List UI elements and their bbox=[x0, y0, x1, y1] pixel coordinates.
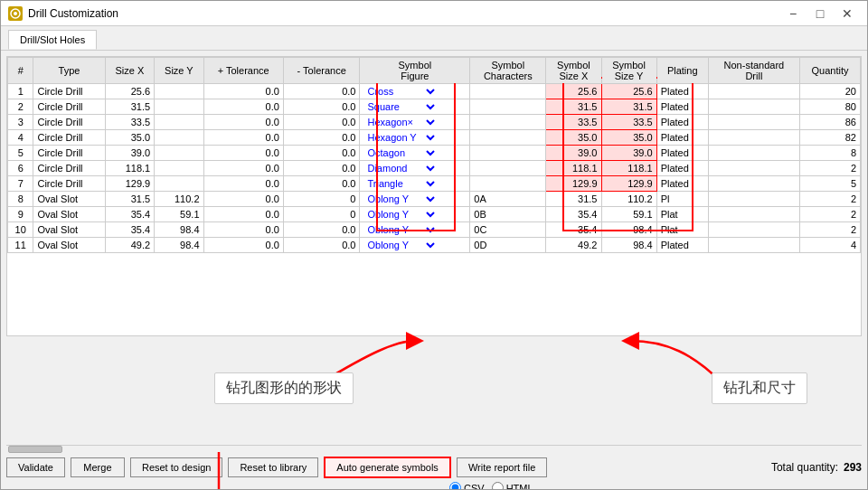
close-button[interactable]: ✕ bbox=[835, 5, 860, 23]
table-cell[interactable]: Cross bbox=[360, 84, 470, 99]
table-cell: 35.0 bbox=[105, 130, 155, 146]
table-cell: 0.0 bbox=[283, 161, 360, 176]
table-cell: 118.1 bbox=[105, 161, 155, 176]
col-header-plus-tol: + Tolerance bbox=[203, 58, 283, 84]
validate-button[interactable]: Validate bbox=[6, 457, 65, 477]
table-cell: Circle Drill bbox=[33, 130, 105, 146]
symbol-figure-select[interactable]: Diamond bbox=[363, 162, 438, 174]
table-cell: 0.0 bbox=[203, 84, 283, 99]
window-title: Drill Customization bbox=[28, 7, 118, 20]
table-cell bbox=[155, 99, 203, 115]
symbol-figure-select[interactable]: Triangle bbox=[363, 177, 438, 190]
table-cell[interactable]: Diamond bbox=[360, 161, 470, 176]
table-row: 10Oval Slot35.498.40.00.0Oblong Y0C35.49… bbox=[8, 222, 861, 238]
table-cell: 25.6 bbox=[105, 84, 155, 99]
table-cell: 0.0 bbox=[283, 84, 360, 99]
table-cell: 0.0 bbox=[203, 207, 283, 222]
total-quantity-area: Total quantity: 293 bbox=[771, 461, 862, 474]
table-cell: 1 bbox=[8, 84, 33, 99]
table-cell[interactable]: Oblong Y bbox=[360, 222, 470, 238]
table-cell: 2 bbox=[8, 99, 33, 115]
csv-radio-label[interactable]: CSV bbox=[449, 482, 485, 489]
table-cell[interactable]: Square bbox=[360, 99, 470, 115]
table-cell: 0.0 bbox=[203, 176, 283, 192]
table-cell[interactable]: Oblong Y bbox=[360, 238, 470, 253]
symbol-figure-select[interactable]: Oblong Y bbox=[363, 193, 438, 205]
table-cell[interactable]: Triangle bbox=[360, 176, 470, 192]
symbol-figure-select[interactable]: Hexagon Y bbox=[363, 131, 438, 144]
table-cell bbox=[708, 115, 799, 130]
table-cell[interactable]: Hexagon× bbox=[360, 115, 470, 130]
table-cell: 49.2 bbox=[546, 238, 601, 253]
table-cell: 0.0 bbox=[203, 130, 283, 146]
table-cell: 98.4 bbox=[155, 238, 203, 253]
csv-radio[interactable] bbox=[449, 482, 461, 489]
table-cell: Plated bbox=[656, 99, 708, 115]
table-row: 6Circle Drill118.10.00.0Diamond118.1118.… bbox=[8, 161, 861, 176]
horizontal-scrollbar[interactable] bbox=[6, 445, 862, 453]
auto-generate-button[interactable]: Auto generate symbols bbox=[324, 457, 451, 478]
table-cell: 31.5 bbox=[105, 192, 155, 207]
table-cell: 25.6 bbox=[546, 84, 601, 99]
symbol-figure-select[interactable]: Oblong Y bbox=[363, 239, 438, 251]
table-cell bbox=[708, 161, 799, 176]
symbol-figure-select[interactable]: Square bbox=[363, 100, 438, 113]
table-row: 2Circle Drill31.50.00.0Square31.531.5Pla… bbox=[8, 99, 861, 115]
table-cell: Plated bbox=[656, 115, 708, 130]
table-cell: Circle Drill bbox=[33, 161, 105, 176]
title-bar: Drill Customization − □ ✕ bbox=[1, 1, 867, 26]
table-cell: 31.5 bbox=[546, 99, 601, 115]
symbol-figure-select[interactable]: Cross bbox=[363, 85, 438, 98]
total-quantity-value: 293 bbox=[844, 461, 862, 474]
table-cell[interactable]: Oblong Y bbox=[360, 207, 470, 222]
symbol-figure-select[interactable]: Oblong Y bbox=[363, 208, 438, 221]
maximize-button[interactable]: □ bbox=[807, 5, 833, 23]
html-radio-label[interactable]: HTML bbox=[492, 482, 533, 489]
table-cell[interactable]: Oblong Y bbox=[360, 192, 470, 207]
table-cell bbox=[470, 130, 546, 146]
table-cell: 10 bbox=[8, 222, 33, 238]
table-scroll[interactable]: # Type Size X Size Y + Tolerance - Toler… bbox=[7, 57, 861, 335]
title-bar-left: Drill Customization bbox=[8, 6, 118, 21]
table-cell bbox=[708, 146, 799, 161]
table-cell[interactable]: Hexagon Y bbox=[360, 130, 470, 146]
table-cell: Plated bbox=[656, 176, 708, 192]
table-cell bbox=[708, 238, 799, 253]
table-cell: 20 bbox=[800, 84, 861, 99]
table-cell: 0.0 bbox=[203, 115, 283, 130]
table-cell: 7 bbox=[8, 176, 33, 192]
table-cell: Oval Slot bbox=[33, 192, 105, 207]
tab-drill-slot-holes[interactable]: Drill/Slot Holes bbox=[8, 30, 97, 50]
table-cell: 4 bbox=[800, 238, 861, 253]
table-cell: 98.4 bbox=[601, 222, 656, 238]
symbol-figure-select[interactable]: Oblong Y bbox=[363, 223, 438, 236]
reset-library-button[interactable]: Reset to library bbox=[228, 457, 318, 477]
scrollbar-thumb[interactable] bbox=[8, 446, 62, 453]
table-cell bbox=[470, 161, 546, 176]
table-cell: 39.0 bbox=[546, 146, 601, 161]
table-cell[interactable]: Octagon bbox=[360, 146, 470, 161]
table-cell: 0.0 bbox=[203, 146, 283, 161]
table-cell: 0.0 bbox=[283, 130, 360, 146]
library-report-arrow bbox=[205, 452, 232, 489]
table-cell: 4 bbox=[8, 130, 33, 146]
write-report-button[interactable]: Write report file bbox=[457, 457, 547, 477]
table-cell: 0.0 bbox=[283, 146, 360, 161]
table-cell: 35.4 bbox=[105, 207, 155, 222]
table-cell bbox=[708, 176, 799, 192]
merge-button[interactable]: Merge bbox=[71, 457, 125, 477]
symbol-figure-select[interactable]: Octagon bbox=[363, 146, 438, 159]
symbol-figure-select[interactable]: Hexagon× bbox=[363, 116, 438, 128]
table-cell: 118.1 bbox=[601, 161, 656, 176]
table-cell: 59.1 bbox=[155, 207, 203, 222]
table-cell: 33.5 bbox=[601, 115, 656, 130]
table-cell: 118.1 bbox=[546, 161, 601, 176]
table-cell bbox=[708, 99, 799, 115]
table-cell: 2 bbox=[800, 192, 861, 207]
table-cell: 0A bbox=[470, 192, 546, 207]
col-header-sym-char: SymbolCharacters bbox=[470, 58, 546, 84]
minimize-button[interactable]: − bbox=[780, 5, 806, 23]
table-cell: 2 bbox=[800, 207, 861, 222]
table-cell bbox=[470, 115, 546, 130]
html-radio[interactable] bbox=[492, 482, 504, 489]
